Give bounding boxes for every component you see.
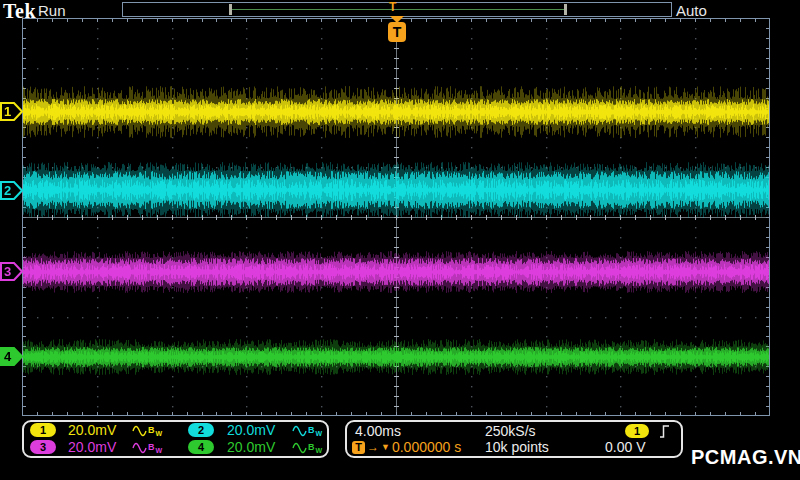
channel-3-scale: 20.0mV [68,440,116,455]
channel-4-scale: 20.0mV [227,440,275,455]
channel-4-coupling-bandwidth-icon: BW [292,441,322,454]
channel-3-coupling-bandwidth-icon: BW [132,441,162,454]
channel-2-marker[interactable]: 2 [0,180,23,201]
trigger-position-readout: T → ▼ 0.000000 s [352,440,461,455]
channel-1-badge[interactable]: 1 [30,423,56,437]
channel-4-marker[interactable]: 4 [0,346,23,367]
svg-text:2: 2 [4,183,11,198]
window-right-bracket [564,4,567,15]
bar-trigger-position-icon[interactable]: T [389,0,396,14]
channel-2-coupling-bandwidth-icon: BW [292,424,322,437]
acquisition-window [229,3,567,16]
channel-2-scale: 20.0mV [227,423,275,438]
trigger-position-flag[interactable]: T [388,22,406,42]
channel-3-marker[interactable]: 3 [0,261,23,282]
trigger-t-icon: T [352,441,365,454]
sample-rate-readout: 250kS/s [485,424,536,439]
trigger-source-badge[interactable]: 1 [625,424,649,438]
oscilloscope-screen: Tek Run Auto T T 1 2 3 4 1 20.0mV [0,0,800,480]
svg-text:4: 4 [4,349,12,364]
channel-1-marker[interactable]: 1 [0,101,23,122]
waveform-preview-line [232,9,564,10]
channel-3-badge[interactable]: 3 [30,440,56,454]
watermark: PCMAG.VN [691,446,800,469]
arrow-right-icon: → [367,441,379,454]
acquisition-status: Run [38,2,66,19]
channel-1-scale: 20.0mV [68,423,116,438]
horizontal-trigger-panel: 4.00ms 250kS/s 1 T → ▼ 0.000000 s 10k po… [345,420,683,458]
channel-1-coupling-bandwidth-icon: BW [132,424,162,437]
trigger-mode-status: Auto [676,2,707,19]
triangle-down-icon: ▼ [381,441,390,454]
trigger-level-readout: 0.00 V [605,440,645,455]
acquisition-record-bar [122,2,672,17]
channel-readout-panel: 1 20.0mV BW 2 20.0mV BW 3 20.0mV BW 4 20… [22,420,329,458]
waveform-display [22,18,770,416]
svg-text:3: 3 [4,264,11,279]
svg-text:1: 1 [4,104,11,119]
timebase-readout: 4.00ms [355,424,401,439]
trigger-position-value: 0.000000 s [392,440,461,455]
trigger-slope-rising-icon [659,424,671,439]
channel-4-badge[interactable]: 4 [188,440,214,454]
channel-2-badge[interactable]: 2 [188,423,214,437]
record-length-readout: 10k points [485,440,549,455]
